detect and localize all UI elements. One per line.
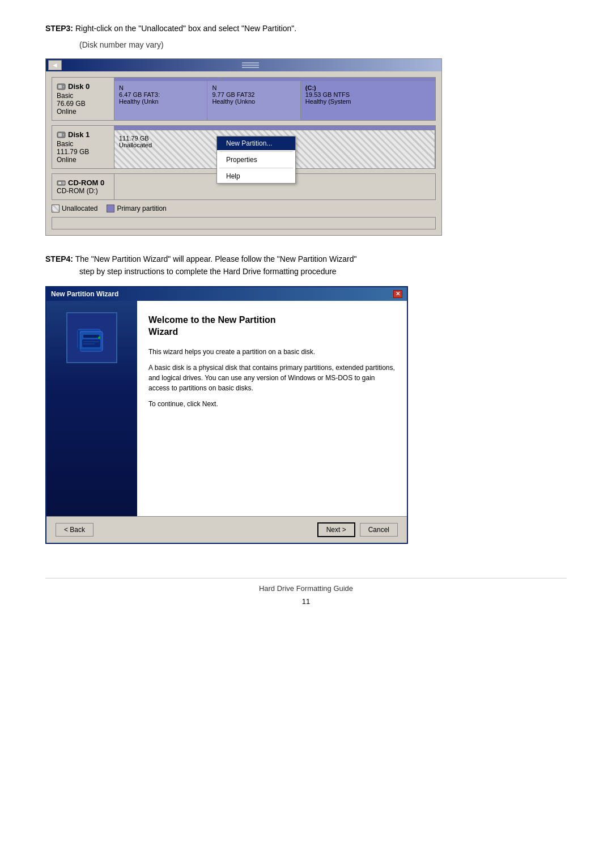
cdrom-label: CD-ROM 0 CD-ROM (D:) xyxy=(52,174,114,199)
step3-text: Right-click on the "Unallocated" box and… xyxy=(73,24,296,33)
legend-box-unallocated xyxy=(52,205,60,212)
part1-status: Healthy (Unkn xyxy=(119,98,202,105)
disk1-partitions-area: 111.79 GB Unallocated New Partition... P… xyxy=(114,126,435,168)
wizard-footer: < Back Next > Cancel xyxy=(46,516,407,543)
svg-rect-4 xyxy=(58,133,62,137)
step3-subtext: (Disk number may vary) xyxy=(79,40,567,49)
disk-legend: Unallocated Primary partition xyxy=(52,205,436,212)
wizard-dialog: New Partition Wizard ✕ xyxy=(45,286,408,544)
svg-point-16 xyxy=(98,337,100,339)
grip-lines xyxy=(242,62,259,68)
wizard-close-button[interactable]: ✕ xyxy=(393,290,402,298)
part3-status: Healthy (System xyxy=(305,98,431,105)
svg-marker-17 xyxy=(78,329,80,351)
part3-label: (C:) xyxy=(305,84,431,91)
disk0-label: Disk 0 Basic 76.69 GB Online xyxy=(52,78,114,120)
disk0-part1: N 6.47 GB FAT3: Healthy (Unkn xyxy=(114,81,207,120)
step4-bold: STEP4: xyxy=(45,254,73,263)
legend-unallocated: Unallocated xyxy=(52,205,97,212)
wizard-main: Welcome to the New PartitionWizard This … xyxy=(137,301,407,516)
cdrom-name: CD-ROM 0 xyxy=(57,178,109,187)
wizard-icon-area xyxy=(66,312,117,363)
svg-point-9 xyxy=(63,182,64,184)
wizard-para3: To continue, click Next. xyxy=(148,399,396,409)
step4-text: The "New Partition Wizard" will appear. … xyxy=(73,254,357,263)
part2-detail: 9.77 GB FAT32 xyxy=(212,91,295,98)
menu-item-help[interactable]: Help xyxy=(217,169,295,183)
svg-rect-12 xyxy=(83,335,99,338)
disk1-main-area: 111.79 GB Unallocated New Partition... P… xyxy=(114,130,435,168)
page-footer: Hard Drive Formatting Guide xyxy=(45,578,567,593)
step4-subtext: step by step instructions to complete th… xyxy=(79,267,337,276)
wizard-disk-3d-icon xyxy=(72,318,112,358)
wizard-para2: A basic disk is a physical disk that con… xyxy=(148,363,396,393)
svg-point-2 xyxy=(62,86,65,88)
svg-marker-18 xyxy=(78,349,103,351)
disk0-name: Disk 0 xyxy=(57,82,109,91)
back-button[interactable]: ◄ xyxy=(48,60,62,70)
disk-mgmt-content: Disk 0 Basic 76.69 GB Online N 6.47 GB F… xyxy=(46,71,441,235)
cdrom-icon xyxy=(57,179,66,187)
wizard-titlebar: New Partition Wizard ✕ xyxy=(46,287,407,301)
svg-point-5 xyxy=(62,134,65,136)
menu-item-new-partition[interactable]: New Partition... xyxy=(217,137,295,150)
legend-primary-label: Primary partition xyxy=(117,205,166,212)
menu-divider2 xyxy=(219,168,293,168)
part1-detail: 6.47 GB FAT3: xyxy=(119,91,202,98)
disk0-icon xyxy=(57,83,66,91)
disk1-icon xyxy=(57,131,66,139)
disk0-part2: N 9.77 GB FAT32 Healthy (Unkno xyxy=(207,81,300,120)
legend-primary: Primary partition xyxy=(107,205,166,212)
disk0-partitions-wrapper: N 6.47 GB FAT3: Healthy (Unkn N 9.77 GB … xyxy=(114,78,435,120)
disk1-top-stripe xyxy=(114,126,435,130)
disk-mgmt-window: ◄ Disk 0 Basic 76.6 xyxy=(45,58,442,236)
wizard-sidebar xyxy=(46,301,137,516)
step3-heading: STEP3: Right-click on the "Unallocated" … xyxy=(45,23,567,35)
back-wizard-button[interactable]: < Back xyxy=(56,523,94,537)
disk1-name: Disk 1 xyxy=(57,130,109,139)
svg-rect-7 xyxy=(58,182,61,184)
step3-bold: STEP3: xyxy=(45,24,73,33)
disk0-row: Disk 0 Basic 76.69 GB Online N 6.47 GB F… xyxy=(52,77,436,121)
menu-divider1 xyxy=(219,151,293,152)
part3-detail: 19.53 GB NTFS xyxy=(305,91,431,98)
disk0-part3: (C:) 19.53 GB NTFS Healthy (System xyxy=(301,81,435,120)
disk0-partitions: N 6.47 GB FAT3: Healthy (Unkn N 9.77 GB … xyxy=(114,81,435,120)
step4-heading: STEP4: The "New Partition Wizard" will a… xyxy=(45,253,567,278)
svg-rect-13 xyxy=(82,339,100,347)
part2-label: N xyxy=(212,84,295,91)
part1-label: N xyxy=(119,84,202,91)
status-bar xyxy=(52,217,436,229)
disk1-container: Disk 1 Basic 111.79 GB Online 111.79 GB … xyxy=(52,125,436,169)
legend-box-primary xyxy=(107,205,114,212)
cancel-wizard-button[interactable]: Cancel xyxy=(360,523,398,537)
next-wizard-button[interactable]: Next > xyxy=(317,522,355,537)
disk1-label: Disk 1 Basic 111.79 GB Online xyxy=(52,126,114,168)
part2-status: Healthy (Unkno xyxy=(212,98,295,105)
wizard-title: New Partition Wizard xyxy=(51,290,118,298)
titlebar-grip xyxy=(62,62,439,68)
context-menu-popup: New Partition... Properties Help xyxy=(216,136,296,184)
page-number: 11 xyxy=(45,597,567,606)
disk1-row: Disk 1 Basic 111.79 GB Online 111.79 GB … xyxy=(52,125,436,169)
wizard-para1: This wizard helps you create a partition… xyxy=(148,347,396,357)
disk-mgmt-titlebar: ◄ xyxy=(46,59,441,71)
menu-item-properties[interactable]: Properties xyxy=(217,153,295,167)
svg-rect-1 xyxy=(58,85,62,88)
legend-unallocated-label: Unallocated xyxy=(62,205,97,212)
footer-title: Hard Drive Formatting Guide xyxy=(259,584,353,593)
wizard-welcome-title: Welcome to the New PartitionWizard xyxy=(148,314,396,338)
wizard-body: Welcome to the New PartitionWizard This … xyxy=(46,301,407,516)
